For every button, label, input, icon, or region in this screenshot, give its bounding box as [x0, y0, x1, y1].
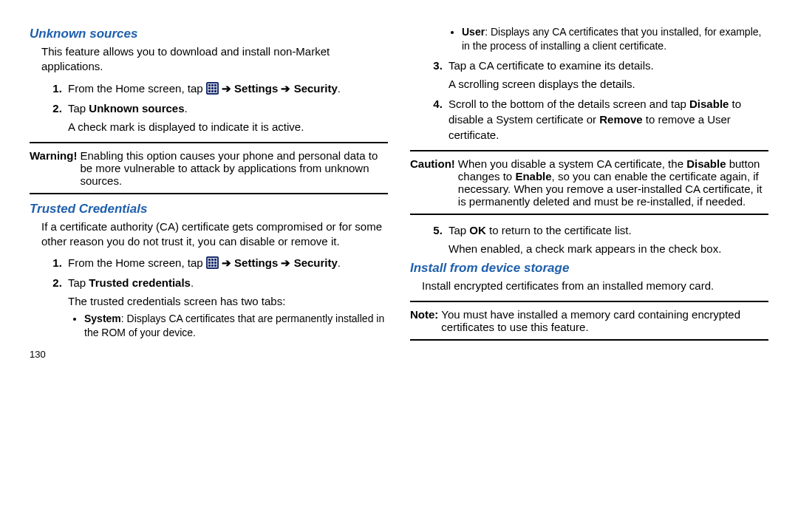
step-text: From the Home screen, tap: [68, 82, 206, 95]
note-label: Note:: [410, 308, 438, 333]
warning-body: Enabling this option causes your phone a…: [80, 149, 388, 187]
label-user: User: [462, 26, 485, 38]
step-text: Tap: [68, 102, 89, 115]
step-2: Tap Unknown sources. A check mark is dis…: [65, 100, 388, 134]
page-number: 130: [30, 349, 388, 360]
bullet-system: System: Displays CA certificates that ar…: [84, 312, 388, 340]
label-settings: Settings: [234, 82, 278, 95]
step-text: From the Home screen, tap: [68, 256, 206, 269]
step-text: Tap: [449, 224, 469, 236]
bullet-user: User: Displays any CA certificates that …: [462, 25, 768, 53]
arrow-icon: ➔: [281, 82, 290, 95]
arrow-icon: ➔: [281, 256, 290, 269]
steps-trusted: From the Home screen, tap ➔ Settings ➔ S…: [30, 255, 388, 340]
caution-label: Caution!: [410, 157, 455, 208]
intro-trusted: If a certificate authority (CA) certific…: [30, 219, 388, 250]
left-column: Unknown sources This feature allows you …: [30, 22, 388, 525]
label-security: Security: [294, 82, 338, 95]
arrow-icon: ➔: [222, 256, 231, 269]
warning-label: Warning!: [30, 149, 77, 187]
step-sub: A scrolling screen displays the details.: [449, 76, 768, 92]
step-5: Tap OK to return to the certificate list…: [446, 222, 768, 256]
steps-unknown-sources: From the Home screen, tap ➔ Settings ➔ S…: [30, 81, 388, 134]
step-1: From the Home screen, tap ➔ Settings ➔ S…: [65, 255, 388, 270]
step-punct: .: [185, 102, 188, 115]
apps-grid-icon: [206, 256, 219, 269]
apps-grid-icon: [206, 82, 219, 95]
tabs-list-cont: User: Displays any CA certificates that …: [410, 25, 768, 53]
label-unknown-sources: Unknown sources: [89, 102, 184, 115]
label-ok: OK: [469, 224, 486, 236]
label-remove: Remove: [599, 113, 642, 126]
bullet-text: : Displays CA certificates that are perm…: [84, 313, 384, 338]
right-column: User: Displays any CA certificates that …: [410, 22, 768, 525]
step-4: Scroll to the bottom of the details scre…: [446, 96, 768, 143]
arrow-icon: ➔: [222, 82, 231, 95]
tabs-list: System: Displays CA certificates that ar…: [68, 312, 388, 340]
intro-unknown-sources: This feature allows you to download and …: [30, 44, 388, 75]
warning-box: Warning! Enabling this option causes you…: [30, 142, 388, 194]
step-sub: A check mark is displayed to indicate it…: [68, 119, 388, 134]
label-disable: Disable: [689, 98, 729, 110]
caution-box: Caution! When you disable a system CA ce…: [410, 150, 768, 215]
label-settings: Settings: [234, 256, 278, 269]
manual-page: Unknown sources This feature allows you …: [0, 0, 798, 532]
caution-body: When you disable a system CA certificate…: [458, 157, 768, 208]
steps-trusted-cont: Tap a CA certificate to examine its deta…: [410, 58, 768, 143]
step-text: to return to the certificate list.: [486, 224, 632, 236]
heading-install-storage: Install from device storage: [410, 261, 768, 276]
step-2: Tap Trusted credentials. The trusted cre…: [65, 275, 388, 340]
intro-install: Install encrypted certificates from an i…: [410, 279, 768, 293]
label-security: Security: [294, 256, 338, 269]
label-system: System: [84, 313, 121, 324]
step-text: Tap: [68, 276, 89, 289]
step-3: Tap a CA certificate to examine its deta…: [446, 58, 768, 92]
label-disable: Disable: [686, 157, 726, 170]
heading-trusted-credentials: Trusted Credentials: [30, 202, 388, 216]
step-1: From the Home screen, tap ➔ Settings ➔ S…: [65, 81, 388, 96]
step-text: Scroll to the bottom of the details scre…: [449, 98, 689, 110]
step-sub: The trusted credentials screen has two t…: [68, 293, 388, 309]
caution-text: When you disable a system CA certificate…: [458, 157, 686, 170]
heading-unknown-sources: Unknown sources: [30, 27, 388, 41]
label-trusted-credentials: Trusted credentials: [89, 276, 191, 289]
step-sub: When enabled, a check mark appears in th…: [449, 241, 768, 256]
note-box: Note: You must have installed a memory c…: [410, 301, 768, 341]
label-enable: Enable: [515, 170, 551, 183]
step-text: Tap a CA certificate to examine its deta…: [449, 59, 654, 72]
steps-trusted-end: Tap OK to return to the certificate list…: [410, 222, 768, 256]
note-body: You must have installed a memory card co…: [441, 308, 768, 333]
bullet-text: : Displays any CA certificates that you …: [462, 26, 761, 52]
